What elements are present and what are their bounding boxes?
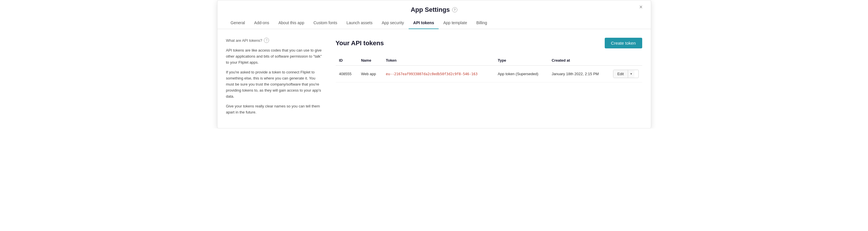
token-id: 408555 bbox=[336, 66, 358, 82]
sidebar-info: What are API tokens? ? API tokens are li… bbox=[226, 38, 324, 120]
tabs-bar: GeneralAdd-onsAbout this appCustom fonts… bbox=[217, 17, 651, 29]
column-header-type: Type bbox=[494, 55, 548, 66]
column-header-created-at: Created at bbox=[548, 55, 610, 66]
token-value[interactable]: eu--2167eaf9933807da2c0edb50f3d2c9f8-546… bbox=[386, 72, 477, 76]
sidebar-para2: If you're asked to provide a token to co… bbox=[226, 69, 324, 99]
modal-title: App Settings ? bbox=[411, 6, 457, 13]
section-header: Your API tokens Create token bbox=[336, 38, 642, 48]
tab-app-template[interactable]: App template bbox=[439, 17, 472, 29]
edit-dropdown-button[interactable]: ▾ bbox=[628, 70, 634, 78]
sidebar-help-icon[interactable]: ? bbox=[264, 38, 269, 43]
create-token-button[interactable]: Create token bbox=[605, 38, 642, 48]
tokens-table-header-row: IDNameTokenTypeCreated at bbox=[336, 55, 642, 66]
token-created-at: January 18th 2022, 2:15 PM bbox=[548, 66, 610, 82]
tab-billing[interactable]: Billing bbox=[472, 17, 492, 29]
tab-app-security[interactable]: App security bbox=[377, 17, 409, 29]
what-label-text: What are API tokens? bbox=[226, 38, 262, 43]
column-header-actions bbox=[610, 55, 642, 66]
tokens-table-body: 408555Web appeu--2167eaf9933807da2c0edb5… bbox=[336, 66, 642, 82]
table-row: 408555Web appeu--2167eaf9933807da2c0edb5… bbox=[336, 66, 642, 82]
main-content: Your API tokens Create token IDNameToken… bbox=[336, 38, 642, 120]
tab-api-tokens[interactable]: API tokens bbox=[409, 17, 439, 29]
section-title: Your API tokens bbox=[336, 39, 384, 47]
tokens-table: IDNameTokenTypeCreated at 408555Web appe… bbox=[336, 55, 642, 82]
token-type: App token (Superseded) bbox=[494, 66, 548, 82]
what-label: What are API tokens? ? bbox=[226, 38, 324, 43]
tab-general[interactable]: General bbox=[226, 17, 250, 29]
edit-button-group: Edit▾ bbox=[613, 70, 639, 78]
tokens-table-head: IDNameTokenTypeCreated at bbox=[336, 55, 642, 66]
close-button[interactable]: × bbox=[637, 3, 645, 11]
sidebar-para1: API tokens are like access codes that yo… bbox=[226, 47, 324, 65]
tab-add-ons[interactable]: Add-ons bbox=[249, 17, 274, 29]
tab-about-this-app[interactable]: About this app bbox=[274, 17, 309, 29]
tab-launch-assets[interactable]: Launch assets bbox=[342, 17, 377, 29]
modal-title-text: App Settings bbox=[411, 6, 450, 13]
column-header-name: Name bbox=[358, 55, 382, 66]
tab-custom-fonts[interactable]: Custom fonts bbox=[309, 17, 342, 29]
token-name: Web app bbox=[358, 66, 382, 82]
app-settings-modal: App Settings ? × GeneralAdd-onsAbout thi… bbox=[217, 0, 651, 128]
modal-header: App Settings ? × bbox=[217, 0, 651, 13]
sidebar-para3: Give your tokens really clear names so y… bbox=[226, 103, 324, 116]
column-header-id: ID bbox=[336, 55, 358, 66]
help-icon[interactable]: ? bbox=[452, 7, 457, 12]
edit-button[interactable]: Edit bbox=[613, 70, 628, 78]
modal-body: What are API tokens? ? API tokens are li… bbox=[217, 29, 651, 128]
column-header-token: Token bbox=[382, 55, 494, 66]
